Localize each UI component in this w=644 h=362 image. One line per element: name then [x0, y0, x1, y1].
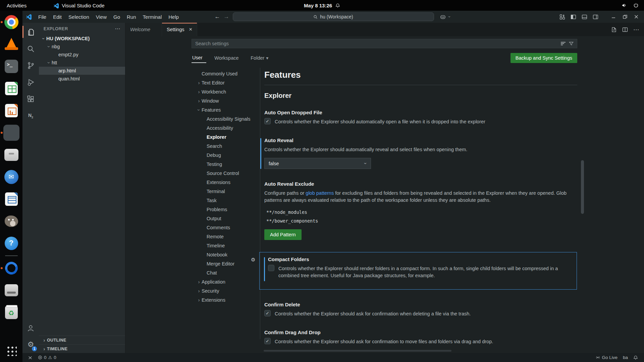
system-tray[interactable]: [622, 3, 644, 8]
toc-item-workbench[interactable]: Workbench: [192, 87, 260, 96]
toggle-secondary-sidebar-icon[interactable]: [593, 14, 598, 20]
command-center-search[interactable]: hu (Workspace): [233, 12, 434, 21]
timeline-section[interactable]: TIMELINE: [39, 344, 125, 353]
views-more-actions-icon[interactable]: ⋯: [115, 25, 120, 32]
split-editor-icon[interactable]: [622, 27, 628, 33]
dock-item-libreoffice-impress[interactable]: [3, 103, 19, 119]
menu-terminal[interactable]: Terminal: [140, 13, 165, 21]
outline-section[interactable]: OUTLINE: [39, 336, 125, 344]
filter-lines-icon[interactable]: [561, 42, 566, 45]
toc-item-security[interactable]: Security: [192, 286, 260, 295]
close-window-icon[interactable]: [634, 14, 639, 19]
menu-view[interactable]: View: [93, 13, 110, 21]
dock-item-gimp[interactable]: [3, 213, 19, 229]
toc-item-merge-editor[interactable]: Merge Editor: [192, 259, 260, 268]
auto-open-dropped-file-checkbox[interactable]: ✓: [264, 118, 271, 124]
toc-item-accessibility[interactable]: Accessibility: [192, 123, 260, 132]
problems-indicator[interactable]: 0 ⚠ 0: [36, 353, 58, 362]
toc-item-comments[interactable]: Comments: [192, 223, 260, 232]
dock-item-chrome[interactable]: [3, 14, 19, 30]
tree-item-arp-html[interactable]: arp.html: [39, 67, 125, 75]
restore-window-icon[interactable]: [623, 14, 627, 19]
go-live-button[interactable]: Go Live: [594, 355, 620, 360]
dock-item-libreoffice-calc[interactable]: [3, 80, 19, 97]
dock-item-terminal[interactable]: [3, 58, 19, 74]
customize-layout-icon[interactable]: [559, 14, 565, 20]
editor-more-actions-icon[interactable]: ⋯: [633, 26, 639, 33]
extensions-view-icon[interactable]: [22, 90, 39, 107]
menu-file[interactable]: File: [35, 13, 49, 21]
tree-item-quan-html[interactable]: quan.html: [39, 75, 125, 83]
toc-item-extensions-feature[interactable]: Extensions: [192, 178, 260, 187]
dock-item-thunderbird[interactable]: [3, 169, 19, 185]
dock-item-archive[interactable]: [3, 282, 19, 298]
open-settings-json-icon[interactable]: [611, 27, 617, 33]
accounts-icon[interactable]: [22, 319, 39, 336]
clock-menu[interactable]: May 8 13:26: [304, 3, 340, 8]
status-item-ba[interactable]: ba: [621, 355, 630, 360]
toggle-panel-icon[interactable]: [582, 14, 587, 20]
focused-app-indicator[interactable]: Visual Studio Code: [53, 3, 104, 8]
toc-item-debug[interactable]: Debug: [192, 150, 260, 160]
copilot-menu[interactable]: [440, 14, 452, 19]
menu-edit[interactable]: Edit: [50, 13, 65, 21]
tab-welcome[interactable]: Welcome ×: [125, 23, 162, 36]
toc-item-testing[interactable]: Testing: [192, 160, 260, 169]
settings-search-input[interactable]: Search settings: [192, 39, 577, 48]
minimize-icon[interactable]: [611, 14, 616, 19]
menu-help[interactable]: Help: [165, 13, 182, 21]
remote-indicator[interactable]: [26, 353, 35, 362]
pattern-bower-components[interactable]: **/bower_components: [264, 217, 573, 225]
toc-item-window[interactable]: Window: [192, 96, 260, 105]
explorer-view-icon[interactable]: [22, 23, 39, 40]
custom-extension-view-icon[interactable]: N2: [22, 107, 39, 124]
run-debug-view-icon[interactable]: [22, 74, 39, 90]
toggle-primary-sidebar-icon[interactable]: [571, 14, 576, 20]
confirm-delete-checkbox[interactable]: ✓: [264, 310, 271, 316]
toc-item-remote[interactable]: Remote: [192, 232, 260, 241]
manage-settings-gear[interactable]: ⚙ 1: [22, 336, 39, 353]
notifications-bell[interactable]: [631, 355, 640, 360]
toc-item-problems[interactable]: Problems: [192, 205, 260, 214]
dock-item-help[interactable]: [3, 235, 19, 251]
filter-funnel-icon[interactable]: [569, 41, 574, 46]
toc-item-task[interactable]: Task: [192, 196, 260, 205]
dock-item-files[interactable]: [3, 147, 19, 163]
navigate-forward-icon[interactable]: →: [224, 13, 229, 20]
tab-settings[interactable]: Settings ×: [162, 23, 197, 36]
pattern-node-modules[interactable]: **/node_modules: [264, 208, 573, 217]
dock-item-app-grid[interactable]: [3, 343, 19, 359]
toc-item-features[interactable]: Features: [192, 105, 260, 114]
search-view-icon[interactable]: [22, 40, 39, 57]
toc-item-explorer[interactable]: Explorer: [192, 132, 260, 141]
toc-item-extensions[interactable]: Extensions: [192, 295, 260, 304]
tree-item-hu-workspace[interactable]: HU (WORKSPACE): [39, 35, 125, 43]
navigate-back-icon[interactable]: ←: [215, 13, 220, 20]
menu-run[interactable]: Run: [124, 13, 139, 21]
toc-item-notebook[interactable]: Notebook: [192, 250, 260, 259]
horizontal-scrollbar-thumb[interactable]: [264, 350, 451, 352]
activities-button[interactable]: Activities: [0, 3, 33, 8]
toc-item-source-control[interactable]: Source Control: [192, 169, 260, 178]
scrollbar-thumb[interactable]: [581, 160, 584, 214]
dock-item-separator[interactable]: [5, 255, 18, 256]
setting-compact-folders[interactable]: ⚙ Compact Folders ✓ Controls whether the…: [259, 252, 577, 290]
confirm-drag-and-drop-checkbox[interactable]: ✓: [264, 338, 271, 344]
dock-item-software-updater[interactable]: [3, 260, 19, 276]
menu-selection[interactable]: Selection: [65, 13, 92, 21]
scope-tab-workspace[interactable]: Workspace: [214, 53, 243, 63]
toc-item-output[interactable]: Output: [192, 214, 260, 223]
toc-item-timeline[interactable]: Timeline: [192, 241, 260, 250]
toc-item-terminal[interactable]: Terminal: [192, 187, 260, 196]
toc-item-chat[interactable]: Chat: [192, 268, 260, 277]
setting-gear-icon[interactable]: ⚙: [251, 257, 255, 263]
toc-item-commonly-used[interactable]: Commonly Used: [192, 69, 260, 78]
scope-tab-folder[interactable]: Folder: [250, 53, 269, 63]
tree-item-empt2-py[interactable]: empt2.py: [39, 51, 125, 59]
glob-patterns-link[interactable]: glob patterns: [306, 190, 334, 196]
menu-go[interactable]: Go: [110, 13, 123, 21]
toc-item-search[interactable]: Search: [192, 141, 260, 150]
add-pattern-button[interactable]: Add Pattern: [264, 229, 302, 240]
dock-item-vscode[interactable]: [3, 125, 19, 141]
dock-item-trash[interactable]: [3, 304, 19, 320]
